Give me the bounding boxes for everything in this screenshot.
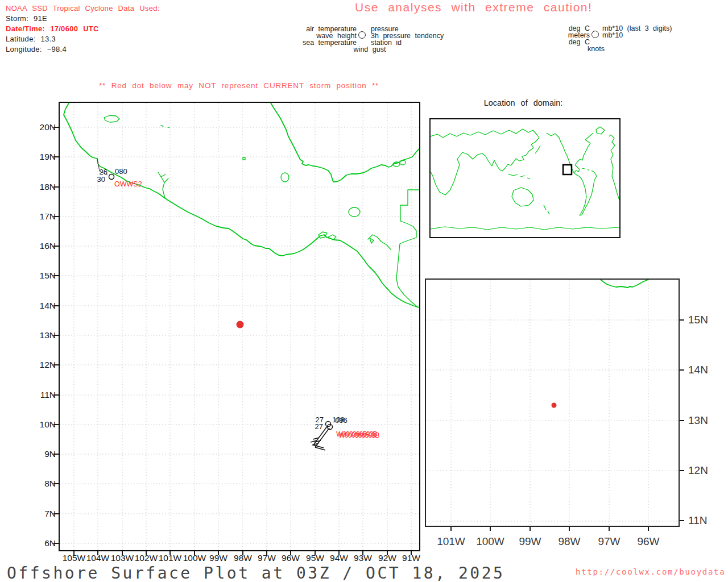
cluster-pressure-2: 096 xyxy=(335,416,348,425)
zoom-lat-label: 12N xyxy=(688,464,722,477)
main-lat-label: 13N xyxy=(30,330,56,340)
lagoon xyxy=(328,235,336,240)
cluster-air-temp-2: 27 xyxy=(315,422,323,431)
station-circle-icon xyxy=(109,174,114,180)
source-url-link[interactable]: http://coolwx.com/buoydata xyxy=(576,567,725,576)
zoom-lon-label: 101W xyxy=(431,535,471,548)
main-lon-label: 102W xyxy=(133,553,159,563)
owws2-sea-temp: 30 xyxy=(97,175,105,184)
island xyxy=(349,207,360,217)
main-lat-label: 17N xyxy=(30,211,56,222)
main-surface-map: 26 080 30 OWWS2 27 27 108 096 W000366593… xyxy=(59,102,420,551)
islet xyxy=(243,157,245,160)
zoom-coastline xyxy=(601,280,648,288)
main-lat-label: 14N xyxy=(30,301,56,311)
station-cluster: 27 27 108 096 W000366593B W000366593B xyxy=(311,415,379,450)
main-lat-label: 7N xyxy=(30,509,56,519)
main-lon-label: 95W xyxy=(302,553,328,563)
world-coastlines xyxy=(431,127,619,230)
zoom-lon-label: 100W xyxy=(470,535,510,548)
inset-title: Location of domain: xyxy=(452,98,594,107)
storm-position-dot xyxy=(237,321,244,329)
zoom-lat-label: 14N xyxy=(688,364,722,376)
domain-box xyxy=(563,165,572,174)
main-lon-label: 92W xyxy=(374,553,400,563)
pacific-coastline xyxy=(64,102,419,307)
world-location-inset xyxy=(429,118,621,238)
zoom-lon-label: 98W xyxy=(549,535,589,548)
lagoon xyxy=(400,160,406,165)
main-lon-label: 99W xyxy=(205,553,231,563)
owws2-pressure: 080 xyxy=(115,167,127,176)
main-lon-label: 93W xyxy=(350,553,376,563)
main-lon-label: 100W xyxy=(181,553,208,563)
main-lon-label: 105W xyxy=(61,553,87,563)
main-lat-label: 8N xyxy=(30,479,56,489)
main-lon-label: 98W xyxy=(230,553,256,563)
main-lon-label: 94W xyxy=(326,553,352,563)
lake xyxy=(281,173,289,182)
main-lat-label: 20N xyxy=(30,122,56,132)
main-lat-label: 9N xyxy=(30,449,56,459)
main-lat-label: 12N xyxy=(30,360,56,370)
gulf-coastline xyxy=(270,102,419,182)
main-lat-label: 18N xyxy=(30,182,56,192)
cluster-station-ids: W000366593B xyxy=(338,431,379,439)
island xyxy=(104,115,119,122)
zoom-lat-label: 11N xyxy=(688,514,722,527)
main-lon-label: 97W xyxy=(254,553,280,563)
main-lat-label: 15N xyxy=(30,271,56,281)
main-lon-label: 104W xyxy=(85,553,111,563)
zoomed-domain-map xyxy=(425,278,680,527)
main-lat-label: 19N xyxy=(30,152,56,162)
zoom-lat-label: 15N xyxy=(688,314,722,326)
main-lon-label: 96W xyxy=(278,553,304,563)
main-lat-label: 10N xyxy=(30,419,56,430)
owws2-station-id: OWWS2 xyxy=(114,180,142,188)
storm-position-dot xyxy=(552,403,557,408)
zoom-lon-label: 96W xyxy=(628,535,668,548)
main-lon-label: 91W xyxy=(398,553,424,563)
main-lon-label: 101W xyxy=(157,553,183,563)
main-lon-label: 103W xyxy=(109,553,135,563)
main-lat-label: 11N xyxy=(30,390,56,400)
page-title: Offshore Surface Plot at 03Z / OCT 18, 2… xyxy=(7,564,504,582)
border-line xyxy=(396,190,420,307)
zoom-lon-label: 97W xyxy=(589,535,629,548)
main-lat-label: 6N xyxy=(30,538,56,548)
main-lat-label: 16N xyxy=(30,241,56,251)
zoom-lat-label: 13N xyxy=(688,414,722,427)
zoom-lon-label: 99W xyxy=(510,535,550,548)
